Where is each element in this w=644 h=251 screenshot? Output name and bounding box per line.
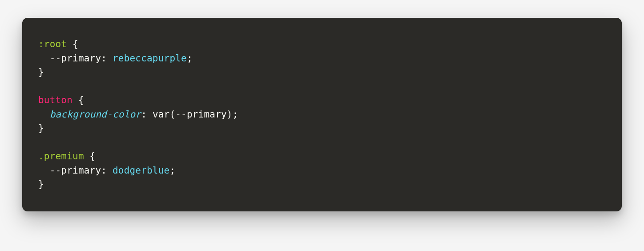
value-token: dodgerblue [113,165,169,176]
semicolon-token: ; [169,165,175,176]
indent [38,109,50,120]
function-token: var [153,109,170,120]
selector-token: .premium [38,151,84,162]
brace-token: } [38,123,44,134]
property-token: background-color [50,109,141,120]
colon-token: : [101,165,113,176]
code-line: :root { [38,39,78,49]
code-line: button { [38,95,84,105]
code-line: --primary: rebeccapurple; [38,53,193,64]
code-line: background-color: var(--primary); [38,109,238,120]
css-code-block: :root { --primary: rebeccapurple; } butt… [22,18,622,211]
brace-token: { [84,151,96,162]
paren-token: ) [227,109,233,120]
indent [38,53,50,64]
brace-token: } [38,179,44,190]
code-line: --primary: dodgerblue; [38,165,175,176]
selector-token: button [38,95,72,105]
semicolon-token: ; [187,53,193,64]
semicolon-token: ; [233,109,238,120]
argument-token: --primary [175,109,227,120]
brace-token: } [38,67,44,77]
code-line: } [38,123,44,134]
value-token: rebeccapurple [113,53,187,64]
paren-token: ( [169,109,175,120]
indent [38,165,50,176]
colon-token: : [141,109,153,120]
custom-property-token: --primary [50,165,101,176]
brace-token: { [67,39,78,49]
code-line: } [38,179,44,190]
colon-token: : [101,53,113,64]
code-line: .premium { [38,151,95,162]
custom-property-token: --primary [50,53,101,64]
selector-token: :root [38,39,67,49]
brace-token: { [72,95,84,105]
code-line: } [38,67,44,77]
